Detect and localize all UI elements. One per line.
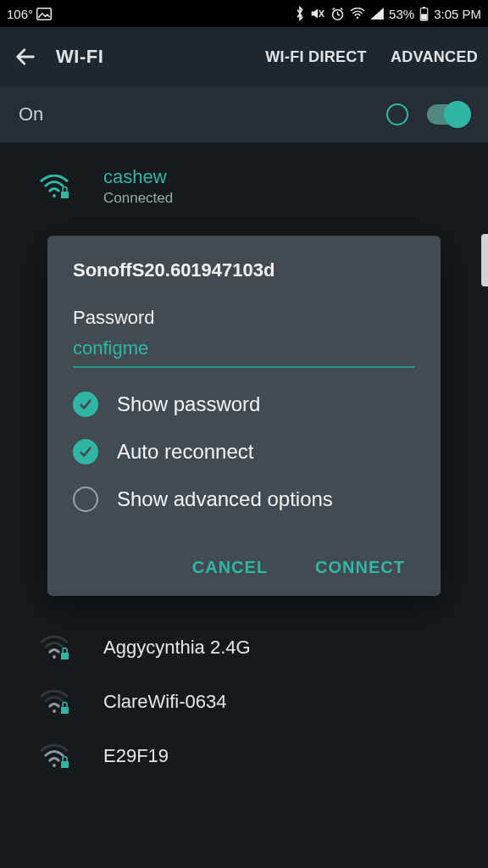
password-input[interactable] bbox=[73, 332, 415, 368]
dialog-backdrop: SonoffS20.601947103d Password Show passw… bbox=[0, 0, 488, 868]
wifi-connect-dialog: SonoffS20.601947103d Password Show passw… bbox=[47, 236, 441, 596]
password-label: Password bbox=[73, 307, 415, 329]
radio-unchecked-icon bbox=[73, 487, 98, 512]
checkbox-label: Auto reconnect bbox=[117, 440, 253, 464]
show-password-checkbox[interactable]: Show password bbox=[73, 392, 415, 417]
checkmark-icon bbox=[73, 439, 98, 465]
dialog-title: SonoffS20.601947103d bbox=[73, 259, 415, 281]
checkbox-label: Show password bbox=[117, 392, 260, 416]
show-advanced-checkbox[interactable]: Show advanced options bbox=[73, 487, 415, 512]
auto-reconnect-checkbox[interactable]: Auto reconnect bbox=[73, 439, 415, 465]
checkbox-label: Show advanced options bbox=[117, 487, 333, 511]
connect-button[interactable]: CONNECT bbox=[312, 549, 408, 586]
cancel-button[interactable]: CANCEL bbox=[189, 549, 271, 586]
checkmark-icon bbox=[73, 392, 98, 417]
